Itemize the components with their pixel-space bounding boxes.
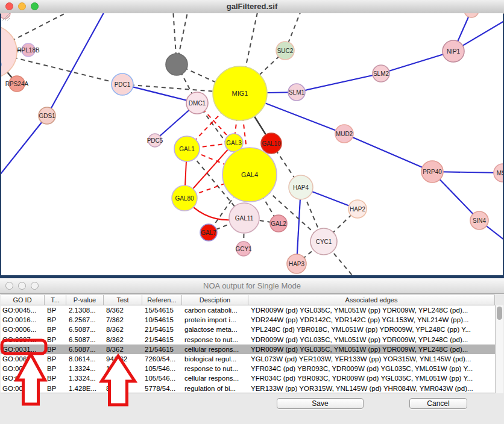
noa-titlebar[interactable]: NOA output for Single Mode bbox=[0, 278, 504, 294]
window-title: galFiltered.sif bbox=[0, 2, 504, 11]
column-header-4[interactable]: Referen... bbox=[142, 295, 182, 305]
cell-type: BP bbox=[45, 325, 66, 334]
edge[interactable] bbox=[47, 13, 106, 116]
node-label-gal10: GAL10 bbox=[262, 140, 281, 147]
node-label-cyc1: CYC1 bbox=[316, 238, 332, 245]
cell-description: carbon cataboli... bbox=[182, 305, 248, 315]
node-gray[interactable] bbox=[166, 54, 187, 75]
cell-edges: YDR009W (pd) YGL035C, YML051W (pp) YDR00… bbox=[248, 344, 495, 354]
cancel-button[interactable]: Cancel bbox=[409, 398, 467, 409]
cell-test: 7/362 bbox=[104, 315, 142, 325]
cell-go_id: GO:0045... bbox=[1, 305, 45, 315]
noa-window-title: NOA output for Single Mode bbox=[0, 281, 504, 290]
cell-go_id: GO:0016... bbox=[1, 315, 45, 325]
table-row-6[interactable]: GO:0031...BP1.3324...11/362105/546...res… bbox=[1, 364, 495, 373]
column-header-1[interactable]: T... bbox=[45, 295, 66, 305]
cell-go_id: GO:0031... bbox=[1, 364, 45, 373]
cell-reference: 105/546... bbox=[142, 373, 182, 383]
cell-edges: YGL073W (pd) YER103W, YER133W (pp) YOR31… bbox=[248, 354, 495, 364]
cell-test: 8/362 bbox=[104, 325, 142, 334]
network-window: galFiltered.sif RPL18BRPS24APDC1MIG1DMC1… bbox=[0, 0, 504, 276]
cell-p_value: 1.3324... bbox=[66, 373, 104, 383]
cell-type: BP bbox=[45, 335, 66, 344]
cell-type: BP bbox=[45, 373, 66, 383]
column-header-0[interactable]: GO ID bbox=[1, 295, 45, 305]
node-label-gal80: GAL80 bbox=[175, 195, 194, 202]
node-label-rps24a: RPS24A bbox=[5, 81, 29, 87]
cell-edges: YFR034C (pd) YBR093C, YDR009W (pd) YGL03… bbox=[248, 373, 495, 383]
node-label-suc2: SUC2 bbox=[277, 48, 294, 54]
cell-p_value: 6.5087... bbox=[66, 335, 104, 344]
column-header-6[interactable]: Associated edges bbox=[248, 295, 495, 305]
edge[interactable] bbox=[122, 84, 197, 103]
cell-description: cellular respons... bbox=[182, 344, 248, 354]
cell-p_value: 1.428E... bbox=[66, 384, 104, 393]
node-bigleft[interactable] bbox=[1, 25, 17, 78]
node-label-rpl18b: RPL18B bbox=[17, 47, 40, 54]
cell-reference: 15/54615 bbox=[142, 305, 182, 315]
node-label-pdc1: PDC1 bbox=[115, 81, 131, 88]
network-titlebar[interactable]: galFiltered.sif bbox=[0, 0, 504, 14]
table-row-5[interactable]: GO:0065...BP8.0614...94/3627260/54...bio… bbox=[1, 354, 495, 364]
table-row-4[interactable]: GO:0031...BP6.5087...8/36221/54615cellul… bbox=[1, 344, 495, 354]
cell-test: 80/362 bbox=[104, 384, 142, 393]
cell-p_value: 6.5087... bbox=[66, 325, 104, 334]
column-header-5[interactable]: Desciption bbox=[182, 295, 248, 305]
column-header-3[interactable]: Test bbox=[104, 295, 142, 305]
cell-reference: 21/54615 bbox=[142, 335, 182, 344]
cell-description: response to nut... bbox=[182, 364, 248, 373]
cell-reference: 21/54615 bbox=[142, 344, 182, 354]
save-button[interactable]: Save bbox=[277, 398, 364, 409]
node-label-hap3: HAP3 bbox=[289, 261, 305, 267]
node-label-nip1: NIP1 bbox=[447, 48, 461, 55]
table-row-0[interactable]: GO:0045...BP2.1308...8/36215/54615carbon… bbox=[1, 305, 495, 315]
node-label-pdc5: PDC5 bbox=[147, 137, 163, 144]
edge[interactable] bbox=[381, 51, 453, 73]
cell-p_value: 8.0614... bbox=[66, 354, 104, 364]
node-label-hap4: HAP4 bbox=[293, 184, 309, 191]
cell-reference: 5778/54... bbox=[142, 384, 182, 393]
cell-go_id: GO:0006... bbox=[1, 325, 45, 334]
table-row-8[interactable]: GO:0050...BP1.428E...80/3625778/54...reg… bbox=[1, 384, 495, 393]
node-label-sin4: SIN4 bbox=[473, 217, 487, 224]
cell-type: BP bbox=[45, 354, 66, 364]
scrollbar-thumb[interactable] bbox=[497, 307, 502, 320]
resize-grip-icon[interactable] bbox=[1, 13, 10, 20]
edge[interactable] bbox=[1, 116, 47, 175]
cell-type: BP bbox=[45, 344, 66, 354]
cell-go_id: GO:0007... bbox=[1, 335, 45, 344]
table-row-1[interactable]: GO:0016...BP6.2567...7/36210/54615protei… bbox=[1, 315, 495, 325]
node-label-gal1: GAL1 bbox=[179, 146, 195, 152]
node-topnode[interactable] bbox=[464, 13, 479, 17]
node-label-gal2: GAL2 bbox=[271, 220, 286, 227]
network-canvas[interactable]: RPL18BRPS24APDC1MIG1DMC1SUC2SLM1SLM2NIP1… bbox=[1, 13, 503, 275]
edge[interactable] bbox=[344, 134, 432, 172]
edge[interactable] bbox=[297, 73, 381, 92]
cell-edges: YDR244W (pp) YDR142C, YDR142C (pp) YGL15… bbox=[248, 315, 495, 325]
cell-edges: YDR009W (pd) YGL035C, YML051W (pp) YDR00… bbox=[248, 305, 495, 315]
table-body: GO:0045...BP2.1308...8/36215/54615carbon… bbox=[1, 305, 495, 393]
cell-description: regulation of bi... bbox=[182, 384, 248, 393]
network-graph: RPL18BRPS24APDC1MIG1DMC1SUC2SLM1SLM2NIP1… bbox=[1, 13, 503, 275]
cell-type: BP bbox=[45, 364, 66, 373]
cell-go_id: GO:0031... bbox=[1, 344, 45, 354]
cell-test: 8/362 bbox=[104, 305, 142, 315]
cell-p_value: 6.2567... bbox=[66, 315, 104, 325]
desktop: galFiltered.sif RPL18BRPS24APDC1MIG1DMC1… bbox=[0, 0, 504, 424]
cell-type: BP bbox=[45, 305, 66, 315]
cell-p_value: 2.1308... bbox=[66, 305, 104, 315]
cell-edges: YDR009W (pd) YGL035C, YML051W (pp) YDR00… bbox=[248, 335, 495, 344]
cell-p_value: 6.5087... bbox=[66, 344, 104, 354]
cell-type: BP bbox=[45, 384, 66, 393]
table-row-3[interactable]: GO:0007...BP6.5087...8/36221/54615respon… bbox=[1, 335, 495, 344]
node-label-dmc1: DMC1 bbox=[189, 100, 206, 107]
cell-reference: 7260/54... bbox=[142, 354, 182, 364]
cell-description: protein import i... bbox=[182, 315, 248, 325]
node-label-gal11: GAL11 bbox=[235, 215, 254, 222]
column-header-2[interactable]: P-value bbox=[66, 295, 104, 305]
table-row-2[interactable]: GO:0006...BP6.5087...8/36221/54615galact… bbox=[1, 325, 495, 334]
node-label-slm2: SLM2 bbox=[373, 70, 389, 77]
cell-reference: 10/54615 bbox=[142, 315, 182, 325]
vertical-scrollbar[interactable] bbox=[495, 305, 503, 393]
table-row-7[interactable]: GO:0031...BP1.3324...11/362105/546...cel… bbox=[1, 373, 495, 383]
